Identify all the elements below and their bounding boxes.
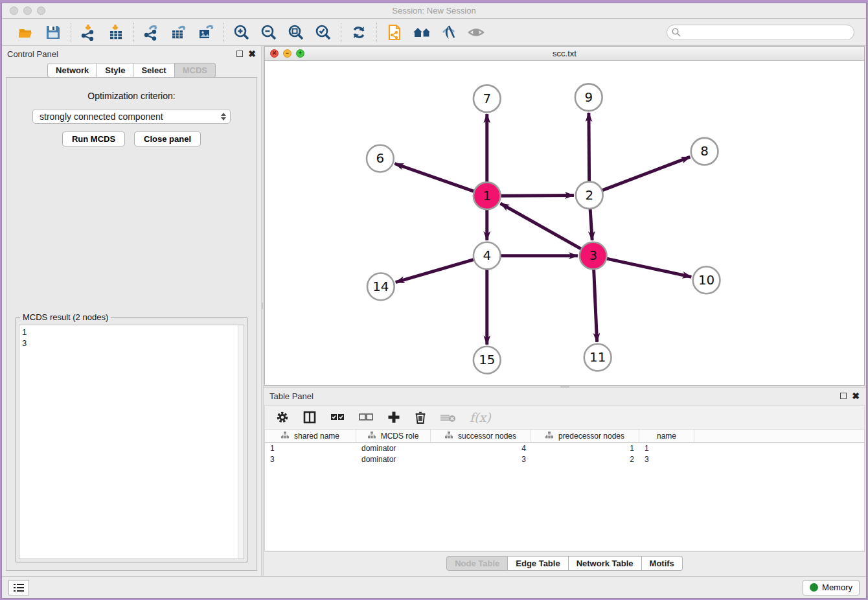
table-row[interactable]: 1dominator411 (265, 443, 864, 454)
zoom-selected-icon[interactable] (314, 23, 332, 41)
zoom-fit-icon[interactable] (287, 23, 305, 41)
window-title: Session: New Session (2, 6, 866, 16)
network-overview-icon[interactable] (385, 23, 404, 41)
memory-button[interactable]: Memory (803, 580, 860, 595)
column-header-successor-nodes[interactable]: successor nodes (431, 430, 531, 442)
node-table: shared nameMCDS rolesuccessor nodesprede… (264, 430, 865, 551)
tab-mcds[interactable]: MCDS (175, 63, 216, 78)
network-canvas[interactable]: 7968124314101511 (265, 61, 864, 385)
table-row[interactable]: 3dominator323 (265, 454, 864, 465)
export-image-icon[interactable] (197, 23, 215, 41)
column-header-shared-name[interactable]: shared name (265, 430, 356, 442)
table-cell[interactable]: 4 (431, 443, 531, 454)
graph-edge-3-1[interactable] (501, 203, 583, 249)
import-network-icon[interactable] (80, 23, 98, 41)
tab-motifs[interactable]: Motifs (642, 556, 683, 571)
table-cell[interactable]: 1 (265, 443, 356, 454)
graph-edge-3-10[interactable] (605, 259, 691, 277)
status-bar: Memory (2, 576, 866, 598)
table-cell[interactable]: dominator (356, 454, 431, 465)
graph-node-label-6: 6 (376, 151, 385, 166)
search-input[interactable] (667, 25, 854, 40)
import-table-icon[interactable] (107, 23, 125, 41)
float-panel-icon[interactable] (236, 51, 243, 57)
mcds-tab-content: Optimization criterion: strongly connect… (6, 77, 257, 571)
delete-selected-icon[interactable] (414, 410, 427, 424)
network-view-window: ✕ − + scc.txt 7968124314101511 (264, 46, 865, 386)
table-cell[interactable]: 1 (639, 443, 694, 454)
network-close-icon[interactable]: ✕ (270, 49, 279, 58)
apply-layout-icon[interactable] (350, 23, 368, 41)
table-cell[interactable]: dominator (356, 443, 431, 454)
clear-selection-icon[interactable] (358, 411, 374, 423)
graph-node-label-9: 9 (584, 90, 593, 105)
home-icon[interactable] (413, 23, 431, 41)
tab-edge-table[interactable]: Edge Table (508, 556, 568, 571)
tab-network[interactable]: Network (47, 63, 97, 78)
graph-node-label-1: 1 (483, 189, 491, 203)
result-scrollbar[interactable] (238, 325, 244, 559)
graph-edge-2-8[interactable] (600, 157, 690, 190)
task-history-button[interactable] (8, 580, 29, 595)
table-cell[interactable]: 3 (431, 454, 531, 465)
minimize-window-icon[interactable] (23, 6, 32, 15)
zoom-out-icon[interactable] (260, 23, 278, 41)
mcds-result-group: MCDS result (2 nodes) 1 3 (16, 317, 247, 562)
network-window-titlebar[interactable]: ✕ − + scc.txt (265, 47, 864, 61)
graph-edge-4-14[interactable] (396, 259, 475, 283)
open-session-icon[interactable] (17, 23, 35, 41)
search-field (667, 25, 854, 40)
table-tabs: Node TableEdge TableNetwork TableMotifs (446, 556, 683, 571)
column-type-icon (368, 432, 376, 441)
table-options-icon[interactable] (275, 410, 290, 424)
zoom-in-icon[interactable] (233, 23, 251, 41)
close-window-icon[interactable] (10, 6, 18, 15)
maximize-window-icon[interactable] (37, 6, 45, 15)
application-window: Session: New Session (1, 3, 867, 599)
network-minimize-icon[interactable]: − (283, 49, 291, 58)
run-mcds-button[interactable]: Run MCDS (62, 132, 125, 146)
tab-network-table[interactable]: Network Table (569, 556, 642, 571)
graph-node-label-3: 3 (589, 248, 597, 263)
table-cell[interactable]: 2 (531, 454, 639, 465)
graph-edge-2-3[interactable] (590, 207, 592, 240)
network-zoom-icon[interactable]: + (296, 49, 304, 58)
select-all-icon[interactable] (330, 411, 345, 423)
tab-node-table[interactable]: Node Table (446, 556, 508, 571)
close-panel-button[interactable]: Close panel (134, 132, 201, 146)
table-cell[interactable]: 3 (265, 454, 356, 465)
save-session-icon[interactable] (44, 23, 62, 41)
column-header-predecessor-nodes[interactable]: predecessor nodes (531, 430, 639, 442)
close-table-panel-icon[interactable]: ✖ (852, 393, 860, 399)
table-header-row: shared nameMCDS rolesuccessor nodesprede… (265, 430, 864, 443)
traffic-lights[interactable] (10, 6, 45, 15)
add-column-icon[interactable] (387, 410, 401, 424)
table-cell[interactable]: 3 (639, 454, 694, 465)
column-header-mcds-role[interactable]: MCDS role (356, 430, 431, 442)
table-cell[interactable]: 1 (531, 443, 639, 454)
graph-edge-1-6[interactable] (394, 164, 475, 192)
selected-criterion: strongly connected component (40, 111, 163, 122)
tab-style[interactable]: Style (97, 63, 133, 78)
close-panel-icon[interactable]: ✖ (248, 51, 256, 57)
optimization-criterion-label: Optimization criterion: (16, 91, 247, 101)
export-table-icon[interactable] (170, 23, 188, 41)
show-columns-icon[interactable] (303, 410, 317, 424)
mcds-result-text[interactable]: 1 3 (19, 325, 244, 559)
table-splitter[interactable] (264, 386, 866, 388)
column-type-icon (281, 432, 289, 441)
show-graphics-details-icon[interactable] (440, 23, 458, 41)
tab-select[interactable]: Select (133, 63, 174, 78)
graph-node-label-11: 11 (589, 350, 606, 365)
graph-edge-1-2[interactable] (499, 195, 574, 196)
table-panel-title: Table Panel (269, 391, 314, 401)
graph-edge-3-11[interactable] (594, 268, 597, 342)
optimization-criterion-select[interactable]: strongly connected component (32, 109, 231, 124)
graph-edge-2-9[interactable] (589, 113, 589, 183)
float-table-panel-icon[interactable] (840, 393, 847, 399)
panel-splitter[interactable] (261, 46, 264, 576)
hide-graphics-details-icon[interactable] (467, 23, 485, 41)
graph-node-label-10: 10 (698, 273, 714, 288)
column-header-name[interactable]: name (639, 430, 694, 442)
export-network-icon[interactable] (143, 23, 161, 41)
